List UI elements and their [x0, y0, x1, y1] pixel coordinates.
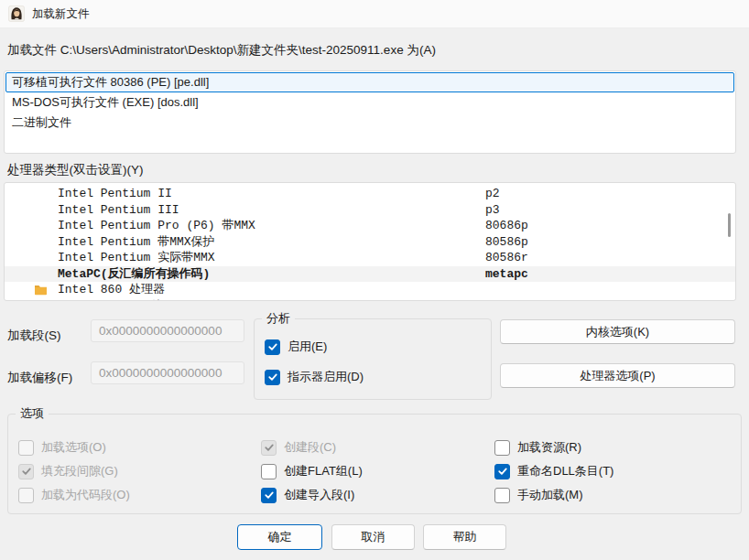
analysis-group-legend: 分析: [262, 311, 295, 326]
processor-name: Intel 860 XP 处理器: [58, 298, 186, 302]
processor-name: Intel Pentium Pro (P6) 带MMX: [58, 218, 255, 234]
processor-row[interactable]: Intel Pentium Pro (P6) 带MMX80686p: [5, 218, 735, 234]
window-title: 加载新文件: [32, 6, 90, 22]
load-resources-checkbox[interactable]: [494, 440, 510, 456]
load-as-code-segment-checkbox-label: 加载为代码段(O): [41, 487, 130, 503]
load-new-file-dialog: 加载新文件 加载文件 C:\Users\Administrator\Deskto…: [0, 0, 749, 560]
processor-code: metapc: [485, 266, 528, 283]
load-as-code-segment-checkbox-row: 加载为代码段(O): [18, 487, 130, 503]
file-format-listbox: 可移植可执行文件 80386 (PE) [pe.dll]MS-DOS可执行文件 …: [4, 70, 736, 154]
loading-options-checkbox: [18, 440, 34, 456]
analysis-enabled-checkbox[interactable]: [265, 339, 280, 355]
load-file-prompt: 加载文件 C:\Users\Administrator\Desktop\新建文件…: [7, 42, 436, 59]
fill-segment-gaps-checkbox-label: 填充段间隙(G): [41, 463, 118, 479]
processor-code: 80586r: [485, 250, 528, 266]
processor-row[interactable]: Intel Pentium IIIp3: [5, 202, 735, 219]
folder-icon: [34, 284, 48, 296]
processor-code: p2: [485, 186, 500, 202]
help-button[interactable]: 帮助: [423, 524, 506, 550]
format-option[interactable]: 可移植可执行文件 80386 (PE) [pe.dll]: [5, 72, 734, 92]
processor-options-button[interactable]: 处理器选项(P): [500, 363, 735, 388]
processor-name: Intel Pentium 实际带MMX: [58, 250, 215, 266]
fill-segment-gaps-checkbox-row: 填充段间隙(G): [18, 463, 118, 479]
processor-name: Intel Pentium 带MMX保护: [58, 234, 215, 251]
manual-load-checkbox-label: 手动加载(M): [517, 487, 583, 503]
processor-listbox: Intel Pentium IIp2Intel Pentium IIIp3Int…: [4, 182, 736, 301]
processor-name: Intel Pentium III: [58, 202, 179, 219]
load-segment-input: [91, 319, 244, 342]
create-flat-group-checkbox[interactable]: [261, 464, 277, 479]
processor-name: MetaPC(反汇编所有操作码): [58, 266, 210, 283]
processor-name: Intel 860 处理器: [58, 282, 165, 298]
loading-options-checkbox-label: 加载选项(O): [41, 439, 106, 456]
analysis-indicator-checkbox-label: 指示器启用(D): [288, 369, 364, 385]
create-segments-checkbox-label: 创建段(C): [284, 439, 336, 456]
processor-row[interactable]: Intel 860 处理器: [5, 282, 735, 298]
vertical-scrollbar-thumb[interactable]: [728, 213, 731, 237]
analysis-enabled-checkbox-row: 启用(E): [265, 339, 327, 355]
create-segments-checkbox: [261, 440, 277, 456]
load-offset-label: 加载偏移(F): [7, 370, 72, 386]
processor-code: 80686p: [485, 218, 528, 234]
create-flat-group-checkbox-row: 创建FLAT组(L): [261, 463, 363, 479]
load-as-code-segment-checkbox: [18, 488, 34, 503]
fill-segment-gaps-checkbox: [18, 464, 34, 479]
manual-load-checkbox[interactable]: [494, 488, 510, 503]
analysis-group: 分析: [254, 318, 492, 400]
processor-code: 80586p: [485, 234, 528, 251]
load-resources-checkbox-row: 加载资源(R): [494, 439, 581, 456]
create-imports-segment-checkbox-label: 创建导入段(I): [284, 487, 354, 503]
folder-icon: [34, 300, 48, 302]
create-imports-segment-checkbox[interactable]: [261, 488, 277, 503]
processor-code: p3: [485, 202, 500, 219]
create-flat-group-checkbox-label: 创建FLAT组(L): [284, 463, 363, 479]
analysis-indicator-checkbox-row: 指示器启用(D): [265, 369, 364, 385]
manual-load-checkbox-row: 手动加载(M): [494, 487, 583, 503]
cancel-button[interactable]: 取消: [331, 524, 415, 550]
processor-row[interactable]: MetaPC(反汇编所有操作码)metapc: [5, 266, 735, 283]
analysis-indicator-checkbox[interactable]: [265, 370, 280, 385]
processor-name: Intel Pentium II: [58, 186, 172, 202]
processor-row[interactable]: Intel 860 XP 处理器: [5, 298, 735, 302]
ok-button[interactable]: 确定: [237, 524, 322, 550]
loading-options-checkbox-row: 加载选项(O): [18, 439, 106, 456]
titlebar: 加载新文件: [0, 0, 749, 28]
options-group-legend: 选项: [16, 406, 49, 421]
format-option[interactable]: 二进制文件: [5, 113, 734, 133]
rename-dll-entries-checkbox[interactable]: [494, 464, 510, 479]
rename-dll-entries-checkbox-row: 重命名DLL条目(T): [494, 463, 613, 479]
kernel-options-button[interactable]: 内核选项(K): [500, 319, 735, 344]
format-option[interactable]: MS-DOS可执行文件 (EXE) [dos.dll]: [5, 92, 734, 113]
analysis-enabled-checkbox-label: 启用(E): [288, 339, 327, 355]
processor-row[interactable]: Intel Pentium 实际带MMX80586r: [5, 250, 735, 266]
load-segment-label: 加载段(S): [7, 328, 61, 344]
processor-type-label: 处理器类型(双击设置)(Y): [7, 162, 144, 178]
rename-dll-entries-checkbox-label: 重命名DLL条目(T): [517, 463, 613, 479]
create-segments-checkbox-row: 创建段(C): [261, 439, 336, 456]
processor-row[interactable]: Intel Pentium 带MMX保护80586p: [5, 234, 735, 251]
processor-row[interactable]: Intel Pentium IIp2: [5, 186, 735, 202]
app-icon: [8, 5, 25, 22]
load-resources-checkbox-label: 加载资源(R): [517, 439, 581, 456]
create-imports-segment-checkbox-row: 创建导入段(I): [261, 487, 354, 503]
load-offset-input: [91, 361, 244, 384]
